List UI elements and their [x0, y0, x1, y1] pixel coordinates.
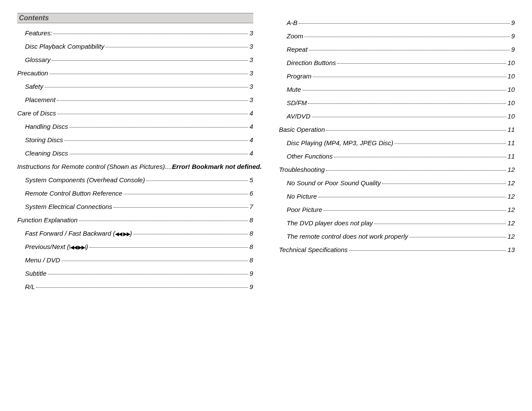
- toc-leader: [45, 87, 249, 87]
- toc-page-number: 6: [249, 190, 253, 197]
- toc-title-suffix: ): [130, 230, 132, 237]
- toc-page-number: 3: [249, 69, 253, 77]
- toc-title: The remote control does not work properl…: [287, 233, 408, 240]
- toc-entry: AV/DVD 10: [287, 112, 515, 120]
- toc-leader: [57, 100, 248, 101]
- toc-page-number: 9: [249, 270, 253, 277]
- toc-entry: Other Functions 11: [287, 153, 515, 160]
- toc-leader: [69, 127, 248, 128]
- toc-entry: Storing Discs 4: [25, 136, 253, 143]
- toc-entry: Cleaning Discs 4: [25, 149, 253, 157]
- left-column: Contents Features: 3Disc Playback Compat…: [17, 13, 253, 296]
- right-column: A-B 9Zoom 9Repeat 9Direction Buttons 10P…: [279, 13, 515, 296]
- toc-entry: No Picture 12: [287, 193, 515, 200]
- toc-leader: [309, 50, 510, 50]
- toc-title: Poor Picture: [287, 206, 323, 213]
- toc-entry: Menu / DVD 8: [25, 256, 253, 264]
- toc-title: Cleaning Discs: [25, 149, 68, 157]
- toc-leader: [48, 274, 248, 274]
- toc-entry: The DVD player does not play 12: [287, 219, 515, 227]
- toc-title: Mute: [287, 86, 301, 93]
- toc-leader: [395, 143, 506, 144]
- toc-page-number: 4: [249, 109, 253, 117]
- toc-title: Troubleshooting: [279, 166, 325, 173]
- toc-title: System Components (Overhead Console): [25, 176, 145, 184]
- toc-title: The DVD player does not play: [287, 219, 373, 227]
- toc-entry: R/L 9: [25, 283, 253, 290]
- toc-page-number: 12: [507, 179, 515, 187]
- toc-page-number: 10: [507, 72, 515, 80]
- toc-page-number: 12: [507, 206, 515, 213]
- contents-header: Contents: [17, 13, 253, 23]
- toc-leader: [50, 74, 248, 74]
- toc-entry: Troubleshooting 12: [279, 166, 515, 173]
- toc-leader: [326, 130, 506, 131]
- toc-page-number: 4: [249, 149, 253, 157]
- toc-page-number: 5: [249, 176, 253, 184]
- toc-title: Instructions for Remote control (Shown a…: [17, 163, 165, 170]
- toc-title: Disc Playback Compatibility: [25, 43, 104, 50]
- toc-leader: [337, 63, 507, 64]
- toc-title: Disc Playing (MP4, MP3, JPEG Disc): [287, 139, 394, 146]
- toc-page-number: 8: [249, 243, 253, 250]
- toc-title: Placement: [25, 96, 56, 103]
- toc-entry: Basic Operation 11: [279, 126, 515, 133]
- toc-leader: [36, 287, 248, 288]
- toc-title: Basic Operation: [279, 126, 325, 133]
- toc-page-number: 10: [507, 112, 515, 120]
- toc-leader: [409, 237, 506, 237]
- contents-header-text: Contents: [19, 14, 49, 22]
- toc-leader: [382, 184, 506, 184]
- toc-title: Repeat: [287, 46, 308, 53]
- toc-page-number: 11: [507, 126, 515, 133]
- toc-title: Features:: [25, 29, 52, 37]
- toc-entry: Instructions for Remote control (Shown a…: [17, 163, 253, 170]
- toc-entry: Previous/Next (I◀◀ ▶▶I) 8: [25, 243, 253, 250]
- toc-page-number: Error! Bookmark not defined.: [172, 163, 261, 170]
- toc-title: SD/FM: [287, 99, 307, 106]
- toc-title: System Electrical Connections: [25, 203, 112, 210]
- toc-entry: Program 10: [287, 72, 515, 80]
- toc-leader: [53, 34, 248, 34]
- toc-leader: [52, 60, 248, 61]
- toc-page-number: 11: [507, 153, 515, 160]
- toc-title: Technical Specifications: [279, 246, 348, 253]
- toc-entry: Precaution 3: [17, 69, 253, 77]
- toc-title: Remote Control Button Reference: [25, 190, 122, 197]
- toc-leader: [69, 154, 248, 154]
- toc-page-number: 9: [511, 19, 515, 26]
- toc-title-suffix: ): [86, 243, 88, 250]
- toc-entry: System Components (Overhead Console) 5: [25, 176, 253, 184]
- toc-title: AV/DVD: [287, 112, 311, 120]
- toc-page-number: 9: [511, 46, 515, 53]
- toc-title: Zoom: [287, 32, 303, 40]
- toc-page-number: 12: [507, 193, 515, 200]
- toc-leader: [326, 170, 506, 171]
- toc-leader: [114, 207, 249, 208]
- toc-leader: [134, 234, 249, 234]
- toc-leader: [313, 77, 506, 77]
- toc-list-right: A-B 9Zoom 9Repeat 9Direction Buttons 10P…: [279, 19, 515, 253]
- toc-title: Precaution: [17, 69, 48, 77]
- toc-entry: Poor Picture 12: [287, 206, 515, 213]
- toc-leader: [324, 210, 506, 211]
- toc-page-number: 10: [507, 99, 515, 106]
- toc-entry: Handling Discs 4: [25, 123, 253, 130]
- toc-entry: The remote control does not work properl…: [287, 233, 515, 240]
- toc-leader: [334, 157, 506, 157]
- toc-title: Storing Discs: [25, 136, 63, 143]
- toc-page: Contents Features: 3Disc Playback Compat…: [0, 0, 532, 309]
- toc-page-number: 12: [507, 166, 515, 173]
- toc-leader: [146, 181, 248, 181]
- toc-page-number: 7: [249, 203, 253, 210]
- toc-page-number: 10: [507, 86, 515, 93]
- media-icons: I◀◀ ▶▶I: [69, 244, 86, 250]
- toc-page-number: 4: [249, 136, 253, 143]
- toc-page-number: 11: [507, 139, 515, 146]
- toc-leader: [308, 103, 506, 104]
- toc-entry: Safety 3: [25, 83, 253, 90]
- toc-leader: [57, 114, 248, 114]
- toc-leader: [64, 140, 248, 141]
- toc-title: R/L: [25, 283, 35, 290]
- toc-entry: Subtitle 9: [25, 270, 253, 277]
